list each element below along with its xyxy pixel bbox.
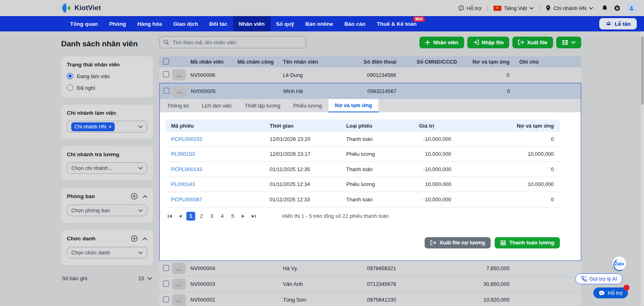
- brand-name: KiotViet: [74, 4, 101, 12]
- nav-item[interactable]: Tổng quan: [64, 16, 103, 31]
- column-options-button[interactable]: [556, 37, 581, 48]
- employee-row[interactable]: NV000006 Lê Dung 0901234566 0: [159, 67, 581, 83]
- voucher-code-link[interactable]: PCPL000087: [165, 196, 264, 203]
- employee-row[interactable]: NV000005 Minh Hà 0983214567 0: [160, 83, 581, 99]
- radio-icon[interactable]: [67, 85, 73, 91]
- nav-item[interactable]: Giao dịch: [168, 16, 204, 31]
- import-file-button[interactable]: Nhập file: [467, 37, 510, 48]
- collapse-chevron-up-icon[interactable]: [142, 237, 147, 240]
- reception-label: Lễ tân: [615, 21, 631, 27]
- nav-item-label: Báo cáo: [345, 21, 366, 27]
- page-number[interactable]: 2: [197, 212, 206, 221]
- employee-row[interactable]: NV000003 Vân Anh 0712345678 30,650,000: [159, 277, 581, 292]
- next-page-icon[interactable]: [239, 212, 248, 221]
- page-number[interactable]: 3: [207, 212, 216, 221]
- detail-tabs: Thông tinLịch làm việcThiết lập lươngPhi…: [160, 99, 581, 112]
- add-employee-button[interactable]: Nhân viên: [419, 37, 464, 48]
- export-salary-debt-button[interactable]: Xuất file nợ lương: [425, 237, 491, 248]
- prev-page-icon[interactable]: [176, 212, 185, 221]
- header-voucher-value: Giá trị: [419, 123, 451, 129]
- kiotviet-logo[interactable]: KiotViet: [61, 3, 101, 13]
- page-number[interactable]: 1: [186, 212, 195, 221]
- row-checkbox[interactable]: [163, 88, 169, 94]
- employee-row[interactable]: NV000004 Hà Vy 0978456321 7,650,000: [159, 261, 581, 277]
- reception-button[interactable]: Lễ tân: [599, 18, 637, 29]
- row-checkbox[interactable]: [163, 296, 169, 302]
- settings-gear-icon[interactable]: [614, 5, 621, 12]
- zalo-button[interactable]: Zalo: [612, 256, 626, 271]
- records-per-page-select[interactable]: 15: [138, 275, 152, 281]
- employee-debt: 7,650,000: [459, 265, 512, 271]
- reception-lotus-icon: [605, 21, 612, 27]
- nav-item[interactable]: Nhân viên: [233, 16, 270, 31]
- collapse-chevron-up-icon[interactable]: [142, 195, 147, 198]
- nav-item-label: Nhân viên: [239, 21, 265, 27]
- detail-tab[interactable]: Nợ và tạm ứng: [328, 99, 378, 112]
- employee-phone: 0983214567: [364, 88, 399, 94]
- user-avatar[interactable]: [626, 3, 637, 13]
- row-checkbox[interactable]: [163, 71, 169, 77]
- detail-tab[interactable]: Thông tin: [161, 99, 195, 112]
- chevron-down-icon: [138, 125, 143, 128]
- nav-item[interactable]: Thuế & Kế toán Mới: [371, 16, 422, 31]
- ai-call-label: Gọi trợ lý AI: [590, 276, 617, 282]
- nav-item[interactable]: Báo cáo: [339, 16, 372, 31]
- voucher-type: Phiếu lương: [341, 181, 419, 187]
- remove-tag-icon[interactable]: ×: [109, 124, 112, 130]
- detail-tab[interactable]: Thiết lập lương: [238, 99, 287, 112]
- detail-tab[interactable]: Phiếu lương: [287, 99, 328, 112]
- row-checkbox[interactable]: [163, 265, 169, 271]
- status-filter-card: Trạng thái nhân viên Đang làm việc Đã ng…: [61, 56, 153, 97]
- nav-item[interactable]: Đối tác: [204, 16, 233, 31]
- add-department-icon[interactable]: [131, 193, 138, 200]
- voucher-debt: 0: [451, 136, 560, 142]
- location-pin-icon: [545, 5, 551, 11]
- position-select[interactable]: Chọn chức danh: [67, 247, 147, 258]
- support-button[interactable]: Hỗ trợ: [593, 287, 628, 298]
- nav-item[interactable]: Phòng: [103, 16, 132, 31]
- voucher-code-link[interactable]: PL000153: [165, 151, 264, 157]
- add-position-icon[interactable]: [131, 235, 138, 242]
- help-menu[interactable]: Hỗ trợ: [458, 5, 482, 11]
- nav-item[interactable]: Sổ quỹ: [270, 16, 300, 31]
- branch-tag-label: Chi nhánh HN: [74, 124, 106, 130]
- voucher-code-link[interactable]: PL000143: [165, 181, 264, 187]
- voucher-code-link[interactable]: PCPL000153: [165, 136, 264, 142]
- branch-selector[interactable]: Chi nhánh HN: [545, 5, 593, 11]
- department-select[interactable]: Chọn phòng ban: [67, 205, 147, 216]
- employee-detail-panel: Thông tinLịch làm việcThiết lập lươngPhi…: [160, 99, 581, 261]
- select-all-checkbox[interactable]: [163, 58, 169, 64]
- first-page-icon[interactable]: [165, 212, 174, 221]
- last-page-icon[interactable]: [249, 212, 258, 221]
- status-option[interactable]: Đã nghỉ: [67, 85, 147, 91]
- voucher-type: Phiếu lương: [341, 151, 419, 157]
- employee-rows-bottom: NV000004 Hà Vy 0978456321 7,650,000 NV00…: [159, 261, 581, 306]
- notification-bell-icon[interactable]: [601, 4, 608, 12]
- page-number[interactable]: 4: [218, 212, 227, 221]
- voucher-code-link[interactable]: PCPL000143: [165, 166, 264, 172]
- employee-phone: 0712345678: [363, 281, 398, 287]
- work-branch-select[interactable]: Chi nhánh HN ×: [67, 121, 147, 132]
- detail-tab[interactable]: Lịch làm việc: [195, 99, 238, 112]
- ai-assistant-call-button[interactable]: Gọi trợ lý AI: [575, 273, 623, 284]
- employee-debt: 0: [459, 72, 512, 78]
- status-filter-title: Trạng thái nhân viên: [67, 62, 147, 68]
- export-file-button[interactable]: Xuất file: [512, 37, 553, 48]
- chevron-down-icon: [147, 277, 152, 280]
- pay-salary-button[interactable]: Thanh toán lương: [495, 237, 560, 248]
- nav-item[interactable]: Bán online: [300, 16, 339, 31]
- status-option[interactable]: Đang làm việc: [67, 73, 147, 79]
- radio-icon[interactable]: [67, 73, 73, 79]
- scrollbar-thumb[interactable]: [641, 36, 644, 105]
- nav-item[interactable]: Hàng hóa: [132, 16, 168, 31]
- pay-branch-select[interactable]: Chọn chi nhánh...: [67, 162, 147, 174]
- voucher-debt: 10,000,000: [451, 151, 560, 157]
- search-input[interactable]: [159, 36, 306, 48]
- page-scrollbar[interactable]: [641, 31, 644, 306]
- language-selector[interactable]: ★ Tiếng Việt: [493, 5, 534, 11]
- page-number[interactable]: 5: [228, 212, 237, 221]
- department-title: Phòng ban: [67, 193, 95, 199]
- employee-debt: 0: [459, 88, 512, 94]
- employee-row[interactable]: NV000002 Tùng Sơn 0975641230 10,920,000: [159, 292, 581, 306]
- row-checkbox[interactable]: [163, 281, 169, 287]
